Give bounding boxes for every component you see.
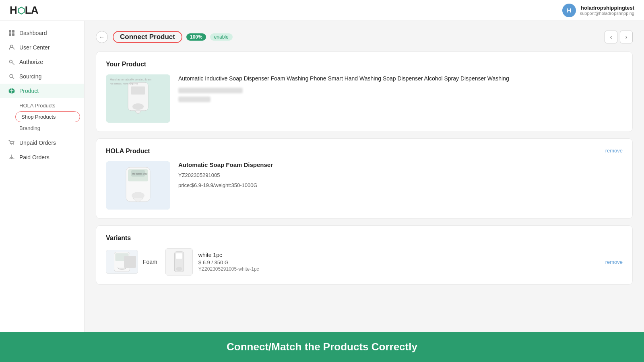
variant-right-name: white 1pc — [198, 252, 259, 258]
svg-rect-0 — [9, 30, 11, 33]
hola-product-image: The bubble show — [106, 161, 170, 210]
footer-banner: Connect/Match the Products Correctly — [0, 332, 644, 362]
sidebar-item-dashboard-label: Dashboard — [19, 30, 47, 36]
hola-product-price: price:$6.9-19.9/weight:350-1000G — [178, 182, 623, 188]
sidebar-item-unpaid-orders[interactable]: Unpaid Orders — [0, 136, 84, 150]
sidebar-item-unpaid-orders-label: Unpaid Orders — [19, 140, 56, 146]
nav-arrows: ‹ › — [605, 31, 633, 43]
hola-product-row: The bubble show Automatic Soap Foam Disp… — [106, 161, 623, 210]
next-button[interactable]: › — [620, 31, 633, 43]
download-icon — [8, 154, 15, 161]
enable-badge: enable — [210, 33, 233, 41]
variant-image-right — [165, 248, 193, 276]
product-sku-blurred-1 — [178, 88, 243, 93]
svg-point-20 — [132, 192, 144, 199]
product-icon — [8, 87, 15, 95]
footer-banner-text: Connect/Match the Products Correctly — [9, 341, 635, 353]
product-sku-blurred-2 — [178, 97, 211, 102]
logo-leaf-icon: ⬡ — [17, 6, 25, 16]
back-button[interactable]: ← — [96, 31, 108, 43]
variants-grid: Foam white — [106, 248, 623, 276]
variant-right-info: white 1pc $ 6.9 / 350 G YZ202305291005-w… — [198, 252, 259, 272]
sidebar-item-paid-orders-label: Paid Orders — [19, 154, 50, 160]
svg-text:The bubble show: The bubble show — [132, 173, 147, 175]
svg-point-7 — [11, 144, 12, 145]
sourcing-icon — [8, 73, 15, 80]
page-title: Connect Product — [113, 31, 182, 43]
variant-right-price: $ 6.9 / 350 G — [198, 259, 259, 265]
svg-rect-1 — [12, 30, 14, 33]
grid-icon — [8, 29, 15, 37]
logo: H⬡LA — [10, 4, 38, 16]
variant-left-label: Foam — [143, 259, 157, 265]
hola-product-sku: YZ202305291005 — [178, 172, 623, 178]
svg-rect-2 — [9, 33, 11, 36]
main-content: ← Connect Product 100% enable ‹ › Your P… — [85, 21, 644, 332]
your-product-title: Your Product — [106, 61, 623, 68]
svg-rect-3 — [12, 33, 14, 36]
sidebar-item-authorize[interactable]: Authorize — [0, 55, 84, 69]
svg-text:Hand automatically sensing foa: Hand automatically sensing foam — [110, 78, 151, 81]
key-icon — [8, 58, 15, 66]
variant-image-left — [106, 250, 138, 274]
hola-product-name: Automatic Soap Foam Dispenser — [178, 161, 623, 168]
variant-remove-link[interactable]: remove — [605, 259, 623, 265]
sidebar-item-sourcing-label: Sourcing — [19, 73, 41, 80]
variant-img-small — [124, 256, 136, 268]
cart-icon — [8, 139, 15, 146]
user-email: support@holadropshnpping — [580, 11, 634, 16]
user-icon — [8, 44, 15, 51]
sidebar-item-product[interactable]: Product — [0, 84, 84, 98]
sidebar-item-paid-orders[interactable]: Paid Orders — [0, 150, 84, 165]
sidebar-item-hola-products[interactable]: HOLA Products — [0, 100, 84, 111]
your-product-row: Hand automatically sensing foam No conta… — [106, 74, 623, 123]
hola-product-info: Automatic Soap Foam Dispenser YZ20230529… — [178, 161, 623, 188]
sidebar-item-product-label: Product — [19, 88, 39, 94]
svg-point-6 — [10, 74, 13, 78]
sidebar-item-branding[interactable]: Branding — [0, 122, 84, 134]
user-info: H holadropshippingtest support@holadrops… — [562, 4, 634, 17]
variant-item-right: white 1pc $ 6.9 / 350 G YZ202305291005-w… — [165, 248, 623, 276]
variant-item-left: Foam — [106, 248, 157, 276]
avatar: H — [562, 4, 576, 17]
svg-rect-26 — [176, 253, 182, 259]
variants-card: Variants Foam — [96, 225, 633, 285]
your-product-card: Your Product Hand automatically sensing … — [96, 51, 633, 132]
topbar: H⬡LA H holadropshippingtest support@hola… — [0, 0, 644, 21]
percent-badge: 100% — [186, 33, 206, 41]
your-product-info: Automatic Inductive Soap Dispenser Foam … — [178, 74, 623, 102]
sidebar: Dashboard User Center Authorize Sourcing… — [0, 21, 85, 332]
sidebar-product-submenu: HOLA Products Shop Products Branding — [0, 98, 84, 136]
your-product-image: Hand automatically sensing foam No conta… — [106, 74, 170, 123]
prev-button[interactable]: ‹ — [605, 31, 617, 43]
svg-point-12 — [132, 103, 144, 110]
sidebar-item-authorize-label: Authorize — [19, 59, 43, 65]
svg-rect-11 — [131, 86, 145, 95]
svg-text:No contact, more hygienic: No contact, more hygienic — [110, 82, 138, 85]
hola-product-card: HOLA Product remove The bubble show — [96, 138, 633, 219]
svg-point-8 — [13, 144, 14, 145]
sidebar-item-shop-products[interactable]: Shop Products — [15, 111, 80, 122]
user-name: holadropshippingtest — [580, 5, 634, 11]
layout: Dashboard User Center Authorize Sourcing… — [0, 21, 644, 332]
your-product-name: Automatic Inductive Soap Dispenser Foam … — [178, 74, 623, 83]
variant-right-sku: YZ202305291005-white-1pc — [198, 266, 259, 272]
hola-product-remove-link[interactable]: remove — [605, 148, 623, 154]
variants-title: Variants — [106, 234, 623, 242]
svg-point-27 — [176, 267, 182, 271]
svg-point-4 — [10, 45, 13, 47]
sidebar-item-dashboard[interactable]: Dashboard — [0, 26, 84, 40]
hola-product-title: HOLA Product — [106, 148, 150, 155]
page-header: ← Connect Product 100% enable ‹ › — [96, 31, 633, 43]
sidebar-item-user-center-label: User Center — [19, 44, 50, 51]
sidebar-item-sourcing[interactable]: Sourcing — [0, 69, 84, 84]
sidebar-item-user-center[interactable]: User Center — [0, 40, 84, 55]
